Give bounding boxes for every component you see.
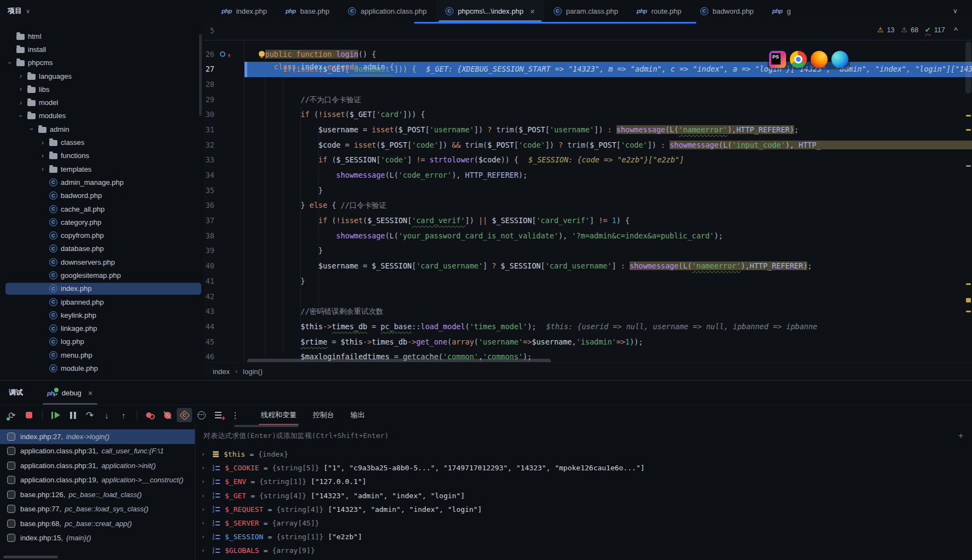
tree-item-log.php[interactable]: Clog.php [0, 335, 203, 348]
editor-tab-base.php[interactable]: phpbase.php [276, 0, 339, 22]
tree-item-classes[interactable]: ›classes [0, 136, 203, 149]
project-tree-scrollbar[interactable] [199, 34, 202, 116]
intention-bulb-icon[interactable] [259, 51, 265, 57]
tree-item-category.php[interactable]: Ccategory.php [0, 215, 203, 229]
stack-frame[interactable]: index.php:27,index->login() [0, 429, 195, 444]
code-line-43[interactable]: 43//密码错误剩余重试次数 [203, 304, 972, 319]
tree-item-ipbanned.php[interactable]: Cipbanned.php [0, 295, 203, 308]
tree-chevron-icon[interactable]: › [28, 126, 36, 132]
variable-row-_SESSION[interactable]: ›$_SESSION={string[1]}["e2zb"] [196, 530, 972, 544]
tree-chevron-icon[interactable]: › [18, 72, 24, 80]
stack-frame[interactable]: base.php:126,pc_base::_load_class() [0, 487, 195, 502]
variable-row-this[interactable]: ›$this={index} [196, 447, 972, 461]
line-number-gutter[interactable]: 43 [203, 304, 214, 319]
tree-item-menu.php[interactable]: Cmenu.php [0, 348, 203, 361]
problems-expand-icon[interactable]: ^ [954, 26, 958, 34]
code-line-29[interactable]: 29//不为口令卡验证 [203, 92, 972, 108]
debug-tab-控制台[interactable]: 控制台 [305, 405, 342, 425]
code-line-36[interactable]: 36} else { //口令卡验证 [203, 198, 972, 213]
debug-panel-title[interactable]: 调试 [9, 388, 23, 398]
variable-row-_REQUEST[interactable]: ›$_REQUEST={string[4]}["14323", "admin",… [196, 503, 972, 516]
view-breakpoints-button[interactable] [143, 408, 158, 422]
close-session-icon[interactable]: × [88, 388, 93, 398]
tree-item-functions[interactable]: ›functions [0, 149, 203, 162]
weak-warning-count[interactable]: 68 [911, 26, 918, 34]
tree-chevron-icon[interactable]: › [18, 99, 24, 107]
line-number-gutter[interactable]: 36 [203, 198, 214, 213]
line-number-gutter[interactable]: 33 [203, 153, 214, 168]
php-break-first-line-button[interactable] [177, 408, 192, 422]
code-line-37[interactable]: 37if (!isset($_SESSION['card_verif']) ||… [203, 213, 972, 229]
line-number-gutter[interactable]: 42 [203, 289, 214, 305]
stack-frame[interactable]: application.class.php:31,call_user_func:… [0, 444, 195, 459]
tree-item-install[interactable]: install [0, 43, 203, 56]
editor-horizontal-scrollbar[interactable] [247, 359, 551, 362]
tree-item-badword.php[interactable]: Cbadword.php [0, 189, 203, 202]
code-editor[interactable]: 5 class index extends admin { 26public f… [203, 22, 972, 362]
line-number-gutter[interactable]: 45 [203, 335, 214, 350]
expand-chevron-icon[interactable]: › [201, 547, 208, 554]
tree-item-languages[interactable]: ›languages [0, 69, 203, 83]
tree-item-modules[interactable]: ›modules [0, 109, 203, 122]
stack-frame[interactable]: application.class.php:31,application->in… [0, 458, 195, 473]
stack-frame[interactable]: index.php:15,{main}() [0, 531, 195, 546]
code-line-40[interactable]: 40$username = $_SESSION['card_username']… [203, 259, 972, 274]
variable-row-_SERVER[interactable]: ›$_SERVER={array[45]} [196, 516, 972, 530]
variable-row-_COOKIE[interactable]: ›$_COOKIE={string[5]}["1", "c9a3ba25-a8b… [196, 461, 972, 475]
tree-item-module.php[interactable]: Cmodule.php [0, 361, 203, 375]
tree-chevron-icon[interactable]: › [39, 139, 46, 147]
firefox-icon[interactable] [811, 51, 828, 68]
breadcrumb-method[interactable]: login() [243, 368, 263, 376]
step-over-button[interactable] [82, 408, 97, 422]
debug-tab-输出[interactable]: 输出 [342, 405, 373, 425]
code-line-41[interactable]: 41} [203, 274, 972, 289]
editor-tab-badword.php[interactable]: Cbadword.php [691, 0, 763, 22]
rerun-button[interactable] [4, 408, 20, 422]
code-lines[interactable]: 26public function login() {27if(isset($_… [203, 47, 972, 363]
line-number-gutter[interactable]: 39 [203, 243, 214, 259]
code-line-46[interactable]: 46$maxloginfailedtimes = getcache('commo… [203, 349, 972, 362]
editor-tab-phpcms-...-index.php[interactable]: Cphpcms\...\index.php× [436, 0, 544, 22]
tree-item-admin_manage.php[interactable]: Cadmin_manage.php [0, 176, 203, 189]
expand-chevron-icon[interactable]: › [201, 506, 208, 513]
expand-chevron-icon[interactable]: › [201, 520, 208, 527]
more-button[interactable] [228, 408, 243, 422]
accepted-count[interactable]: 117 [934, 26, 945, 34]
problems-widget[interactable]: ⚠ 13 ⚠ 68 ✔ 117 ^ [877, 26, 958, 34]
variable-row-_GET[interactable]: ›$_GET={string[4]}["14323", "admin", "in… [196, 489, 972, 503]
tree-item-phpcms[interactable]: ›phpcms [0, 56, 203, 69]
tree-item-admin[interactable]: ›admin [0, 122, 203, 136]
editor-vertical-scrollbar[interactable] [965, 42, 971, 94]
code-line-30[interactable]: 30if (!isset($_GET['card'])) { [203, 107, 972, 122]
tree-item-database.php[interactable]: Cdatabase.php [0, 242, 203, 255]
editor-tab-route.php[interactable]: phproute.php [627, 0, 691, 22]
step-into-button[interactable] [99, 408, 114, 422]
code-line-38[interactable]: 38showmessage(L('your_password_card_is_n… [203, 229, 972, 244]
line-number-gutter[interactable]: 29 [203, 92, 214, 108]
line-number-gutter[interactable]: 32 [203, 138, 214, 153]
tree-item-linkage.php[interactable]: Clinkage.php [0, 322, 203, 335]
variable-row-GLOBALS[interactable]: ›$GLOBALS={array[9]} [196, 544, 972, 557]
breadcrumb-class[interactable]: index [213, 368, 230, 376]
line-number-gutter[interactable]: 40 [203, 259, 214, 274]
error-stripe-mark[interactable] [966, 298, 971, 302]
code-line-45[interactable]: 45$rtime = $this->times_db->get_one(arra… [203, 335, 972, 350]
expand-chevron-icon[interactable]: › [201, 478, 208, 485]
tree-chevron-icon[interactable]: › [17, 113, 25, 119]
evaluate-expression-input[interactable]: 对表达式求值(Enter)或添加监视(Ctrl+Shift+Enter) + [196, 424, 972, 447]
tree-item-index.php[interactable]: Cindex.php [0, 282, 203, 295]
code-line-31[interactable]: 31$username = isset($_POST['username']) … [203, 122, 972, 138]
editor-tab-application.class.php[interactable]: Capplication.class.php [339, 0, 436, 22]
editor-tab-param.class.php[interactable]: Cparam.class.php [544, 0, 627, 22]
warning-count[interactable]: 13 [887, 26, 894, 34]
editor-tab-index.php[interactable]: phpindex.php [212, 0, 276, 22]
debug-session-tab[interactable]: php debug × [40, 381, 100, 405]
tree-item-templates[interactable]: ›templates [0, 162, 203, 176]
tree-chevron-icon[interactable]: › [6, 60, 14, 66]
phpstorm-icon[interactable]: PS [769, 51, 786, 68]
error-stripe-mark[interactable] [966, 165, 971, 167]
code-line-42[interactable]: 42 [203, 289, 972, 305]
add-watch-plus-icon[interactable]: + [958, 431, 963, 441]
line-number-gutter[interactable]: 41 [203, 274, 214, 289]
tree-item-html[interactable]: html [0, 30, 203, 43]
